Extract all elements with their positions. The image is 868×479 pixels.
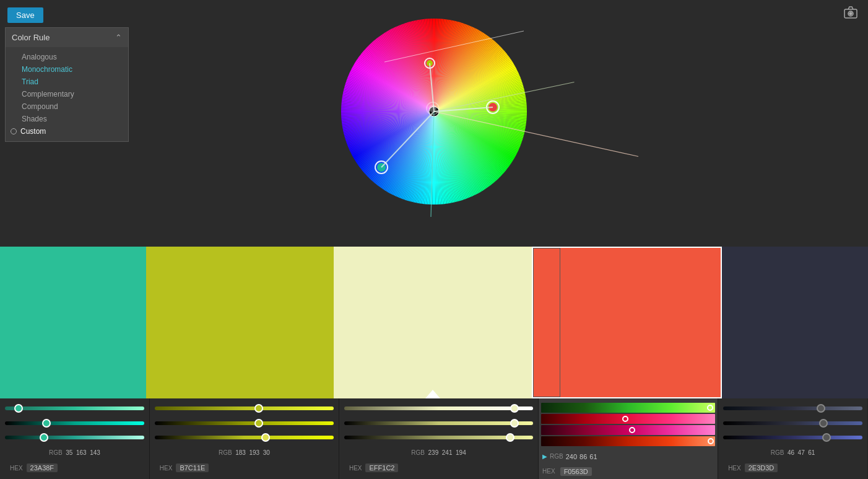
slider-row-yg-1 [155,404,334,413]
rgb-b-active: 61 [589,453,597,460]
hex-row-active: HEX F0563D [539,466,718,477]
slider-thumb-nv-1[interactable] [817,404,825,413]
hex-value-yg[interactable]: B7C11E [176,464,209,472]
slider-track-nv-2[interactable] [723,421,862,425]
slider-row-yg-3 [155,433,334,442]
mini-swatches [539,400,718,446]
hex-row-nv: HEX 2E3D3D [723,462,862,473]
rgb-label-yg: RGB [219,449,233,456]
rule-label-triad: Triad [22,77,38,86]
slider-track-ly-3[interactable] [344,436,533,439]
slider-thumb-ly-2[interactable] [510,419,519,428]
slider-track-ly-2[interactable] [344,421,533,425]
slider-track-2[interactable] [5,421,144,425]
rgb-b-yg: 30 [263,449,270,456]
rule-compound[interactable]: Compound [18,100,128,113]
slider-row-ly-3 [344,433,533,442]
slider-row-nv-1 [723,404,862,413]
slider-thumb-3[interactable] [40,433,48,442]
slider-thumb-2[interactable] [42,419,51,428]
rgb-label-ly: RGB [411,449,426,456]
slider-row-nv-2 [723,419,862,428]
slider-thumb-nv-3[interactable] [822,433,831,442]
rgb-label-active: RGB [550,453,563,460]
rgb-label-nv: RGB [771,449,786,456]
swatches-container [0,247,868,398]
swatch-lightyellow[interactable] [334,247,532,398]
slider-row-1 [5,404,144,413]
slider-group-teal: RGB 35 163 143 HEX 23A38F [0,398,150,479]
hex-value-teal[interactable]: 23A38F [27,464,58,472]
color-rule-panel: Color Rule ⌃ Analogous Monochromatic Tri… [5,27,129,142]
hex-row-yg: HEX B7C11E [155,462,334,473]
mini-swatch-1[interactable] [541,403,715,413]
swatch-redorange[interactable] [532,247,722,398]
slider-track-nv-1[interactable] [723,406,862,410]
rule-label-shades: Shades [22,115,47,123]
rule-custom[interactable]: Custom [7,125,128,138]
rule-shades[interactable]: Shades [18,113,128,125]
mini-swatch-4[interactable] [541,436,715,446]
rgb-r-nv: 46 [788,449,796,456]
slider-track-ly-1[interactable] [344,406,533,410]
rgb-g-nv: 47 [798,449,807,456]
slider-track-yg-3[interactable] [155,436,334,439]
rgb-b-ly: 194 [456,449,466,456]
rule-complementary[interactable]: Complementary [18,88,128,100]
mini-swatch-2[interactable] [541,414,715,424]
slider-group-lightyellow: RGB 239 241 194 HEX EFF1C2 [339,398,539,479]
color-rule-list: Analogous Monochromatic Triad Complement… [6,47,128,141]
svg-point-21 [429,105,436,112]
rgb-expand-icon[interactable]: ▶ [542,453,547,460]
rgb-b-nv: 61 [808,449,815,456]
color-wheel-container [335,12,533,211]
slider-thumb-nv-2[interactable] [819,419,828,428]
hex-row-ly: HEX EFF1C2 [344,462,533,473]
hex-label-nv: HEX [728,465,741,472]
rule-analogous[interactable]: Analogous [18,51,128,63]
mini-swatch-3[interactable] [541,425,715,435]
sliders-area: RGB 35 163 143 HEX 23A38F RGB [0,398,868,479]
swatch-navy[interactable] [722,247,868,398]
swatch-teal[interactable] [0,247,146,398]
slider-thumb-ly-3[interactable] [506,433,514,442]
svg-point-2 [849,12,852,15]
slider-group-navy: RGB 46 47 61 HEX 2E3D3D [718,398,868,479]
slider-track-yg-2[interactable] [155,421,334,425]
slider-track-yg-1[interactable] [155,406,334,410]
rule-label-monochromatic: Monochromatic [22,65,72,74]
slider-thumb-ly-1[interactable] [510,404,519,413]
slider-track-3[interactable] [5,436,144,439]
slider-row-2 [5,419,144,428]
hex-row-teal: HEX 23A38F [5,462,144,473]
rgb-values-nv: RGB 46 47 61 [723,448,862,456]
slider-row-3 [5,433,144,442]
collapse-icon[interactable]: ⌃ [115,33,122,42]
hex-value-ly[interactable]: EFF1C2 [365,464,398,472]
slider-group-yellowgreen: RGB 183 193 30 HEX B7C11E [150,398,339,479]
slider-thumb-yg-3[interactable] [261,433,270,442]
color-rule-header: Color Rule ⌃ [6,28,128,47]
slider-row-nv-3 [723,433,862,442]
swatch-yellowgreen[interactable] [146,247,334,398]
rgb-g-ly: 241 [442,449,454,456]
rgb-label-teal: RGB [49,449,64,456]
color-wheel[interactable] [335,12,533,211]
slider-thumb-yg-2[interactable] [254,419,263,428]
rgb-row-active: ▶ RGB 240 86 61 [539,452,718,462]
hex-label-active: HEX [542,468,555,475]
camera-icon [843,5,858,23]
rule-triad[interactable]: Triad [18,76,128,88]
rgb-r-teal: 35 [66,449,74,456]
save-button[interactable]: Save [7,7,43,23]
slider-thumb-1[interactable] [14,404,23,413]
active-swatch-panel [533,248,560,397]
slider-thumb-yg-1[interactable] [254,404,263,413]
hex-value-nv[interactable]: 2E3D3D [745,464,778,472]
hex-value-active[interactable]: F0563D [560,467,592,476]
rule-monochromatic[interactable]: Monochromatic [18,63,128,76]
slider-track-nv-3[interactable] [723,436,862,439]
slider-track-1[interactable] [5,406,144,410]
slider-row-ly-1 [344,404,533,413]
triangle-marker [425,390,440,398]
